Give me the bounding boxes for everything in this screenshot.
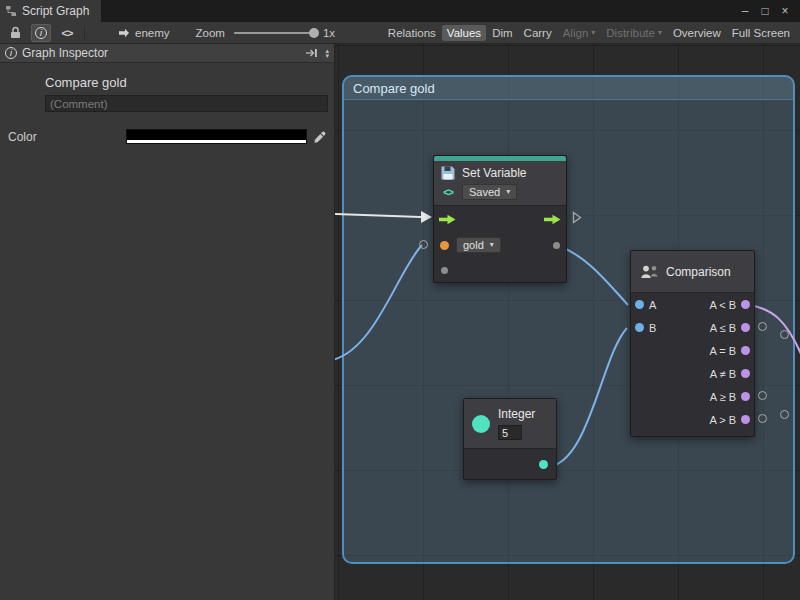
inspector-header-actions: ▴ ▾: [305, 48, 329, 58]
panel-spinner[interactable]: ▴ ▾: [325, 48, 329, 58]
close-button[interactable]: ×: [775, 4, 795, 18]
variable-code-icon: <>: [440, 187, 456, 198]
comparison-output-eq-port[interactable]: [741, 346, 750, 355]
flow-output-port[interactable]: [544, 214, 561, 225]
node-title: Comparison: [666, 265, 731, 279]
comparison-header: Comparison: [631, 251, 754, 293]
comparison-output-label: A ≥ B: [710, 391, 736, 403]
node-title: Integer: [498, 407, 535, 421]
color-field-label: Color: [8, 130, 126, 144]
node-title: Set Variable: [462, 166, 526, 180]
color-swatch[interactable]: [126, 129, 307, 144]
code-icon: <>: [62, 27, 73, 39]
dock-icon[interactable]: [305, 48, 318, 58]
integer-port-row: [464, 449, 556, 479]
variable-scope-value: Saved: [469, 186, 500, 198]
variable-name-input-port[interactable]: [440, 241, 449, 250]
code-view-button[interactable]: <>: [57, 24, 77, 42]
distribute-label: Distribute: [606, 27, 655, 39]
info-icon: i: [5, 47, 17, 59]
toolbar-separator: [84, 26, 85, 40]
integer-output-port[interactable]: [539, 460, 548, 469]
eyedropper-icon: [314, 131, 326, 143]
chevron-down-icon: ▾: [658, 29, 662, 37]
maximize-button[interactable]: □: [755, 4, 775, 18]
tab-script-graph[interactable]: Script Graph: [0, 0, 101, 22]
offscreen-node-port-marker[interactable]: [780, 410, 789, 419]
comparison-row: A ≥ B: [631, 385, 754, 408]
node-integer[interactable]: Integer: [463, 398, 557, 480]
comparison-input-b-port[interactable]: [635, 323, 644, 332]
comparison-input-b-label: B: [649, 322, 656, 334]
comparison-output-neq-port[interactable]: [741, 369, 750, 378]
comparison-output-gte-port[interactable]: [741, 392, 750, 401]
color-field-row: Color: [8, 129, 326, 144]
values-toggle[interactable]: Values: [442, 25, 486, 41]
graph-inspector-panel: i Graph Inspector ▴ ▾ Compare gold Color: [0, 44, 335, 600]
group-title[interactable]: Compare gold: [344, 77, 793, 100]
comparison-port-marker[interactable]: [758, 391, 767, 400]
graph-owner-label: enemy: [135, 27, 170, 39]
offscreen-node-port-marker[interactable]: [780, 330, 789, 339]
eyedropper-button[interactable]: [314, 131, 326, 143]
graph-owner[interactable]: enemy: [118, 27, 170, 39]
lock-icon: [10, 26, 21, 39]
comparison-input-a-port[interactable]: [635, 300, 644, 309]
zoom-label: Zoom: [196, 27, 225, 39]
relations-toggle[interactable]: Relations: [383, 25, 441, 41]
node-comparison[interactable]: Comparison A A < B B A ≤ B A = B A ≠ B: [630, 250, 755, 437]
inspected-graph-title: Compare gold: [45, 75, 326, 90]
overview-button[interactable]: Overview: [668, 25, 726, 41]
comparison-output-label: A ≠ B: [710, 368, 736, 380]
chevron-down-icon: ▾: [591, 29, 595, 37]
comparison-output-lte-port[interactable]: [741, 323, 750, 332]
comparison-output-lt-port[interactable]: [741, 300, 750, 309]
inspector-toggle-button[interactable]: i: [31, 24, 51, 42]
dim-toggle[interactable]: Dim: [487, 25, 517, 41]
set-variable-flow-row: [434, 206, 566, 232]
graph-toolbar: i <> enemy Zoom 1x Relations Values Dim …: [0, 22, 800, 44]
comparison-output-label: A < B: [709, 299, 736, 311]
minimize-button[interactable]: –: [735, 4, 755, 18]
spinner-down-icon: ▾: [325, 53, 329, 58]
zoom-control: Zoom 1x: [196, 27, 336, 39]
value-input-port[interactable]: [441, 267, 448, 274]
variable-output-port[interactable]: [553, 242, 560, 249]
triangle-port-icon: [572, 211, 582, 224]
align-dropdown[interactable]: Align ▾: [558, 25, 601, 41]
full-screen-button[interactable]: Full Screen: [727, 25, 795, 41]
comparison-row: A A < B: [631, 293, 754, 316]
zoom-value: 1x: [323, 27, 335, 39]
set-variable-left-port-marker[interactable]: [419, 240, 428, 249]
comparison-output-gt-port[interactable]: [741, 415, 750, 424]
chevron-down-icon: ▾: [506, 188, 510, 196]
variable-name-dropdown[interactable]: gold ▾: [456, 237, 501, 253]
flow-continue-port-marker[interactable]: [572, 211, 582, 224]
set-variable-extra-row: [434, 258, 566, 282]
comparison-output-label: A = B: [709, 345, 736, 357]
set-variable-value-row: gold ▾: [434, 232, 566, 258]
distribute-dropdown[interactable]: Distribute ▾: [601, 25, 667, 41]
variable-name-value: gold: [463, 239, 484, 251]
graph-canvas[interactable]: Compare gold Set Variable: [335, 44, 800, 600]
integer-value-input[interactable]: [498, 425, 522, 440]
info-icon: i: [35, 27, 47, 39]
comparison-row: A ≠ B: [631, 362, 754, 385]
integer-header: Integer: [464, 399, 556, 449]
comparison-port-marker[interactable]: [758, 322, 767, 331]
comparison-row: A = B: [631, 339, 754, 362]
window-tab-bar: Script Graph – □ ×: [0, 0, 800, 22]
zoom-slider[interactable]: [234, 32, 314, 34]
lock-button[interactable]: [5, 24, 25, 42]
graph-inspector-header[interactable]: i Graph Inspector ▴ ▾: [0, 44, 334, 63]
carry-toggle[interactable]: Carry: [519, 25, 557, 41]
variable-scope-dropdown[interactable]: Saved ▾: [462, 184, 517, 200]
comment-input[interactable]: [45, 95, 328, 112]
script-graph-icon: [5, 5, 17, 17]
comparison-port-marker[interactable]: [758, 414, 767, 423]
flow-input-port[interactable]: [439, 214, 456, 225]
unity-script-graph-window: Script Graph – □ × i <> enemy: [0, 0, 800, 600]
zoom-slider-handle[interactable]: [309, 28, 319, 38]
node-set-variable[interactable]: Set Variable <> Saved ▾: [433, 155, 567, 283]
integer-icon: [472, 415, 490, 433]
